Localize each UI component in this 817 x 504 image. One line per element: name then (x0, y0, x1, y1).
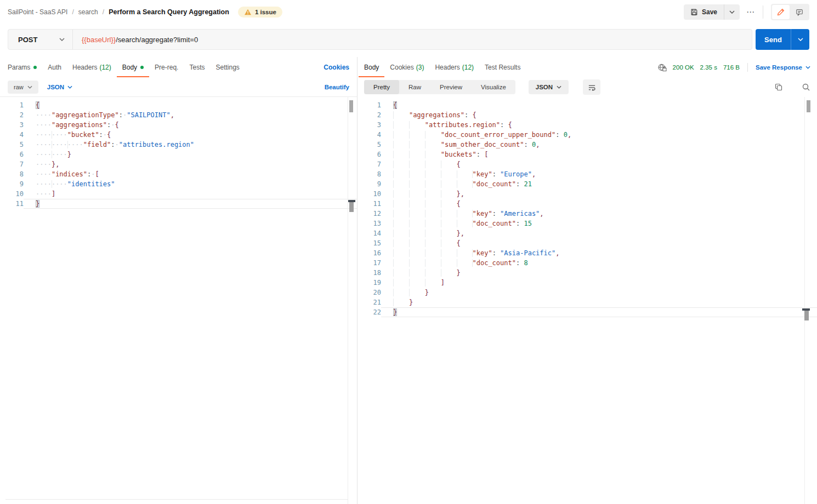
whitespace (504, 121, 508, 129)
json-key: "indices" (52, 170, 87, 178)
status-code[interactable]: 200 OK (673, 64, 694, 71)
json-punctuation: : (492, 170, 496, 178)
code-line: 7 { (358, 159, 817, 169)
json-punctuation: } (457, 269, 461, 277)
line-content: "doc_count": 21 (381, 179, 817, 189)
breadcrumb-separator: / (103, 8, 104, 16)
comments-button[interactable] (791, 5, 808, 19)
scrollbar-thumb[interactable] (349, 100, 353, 112)
url-input[interactable]: {{baseUrl}}/search/aggregate?limit=0 (73, 36, 198, 44)
tab-headers[interactable]: Headers(12) (67, 57, 117, 77)
indent-guide (393, 200, 457, 208)
json-key: "doc_count_error_upper_bound" (441, 131, 556, 139)
save-response-button[interactable]: Save Response (756, 64, 810, 71)
code-line: 21 } (358, 297, 817, 307)
json-key: "buckets" (441, 151, 476, 158)
tab-tests[interactable]: Tests (184, 57, 210, 77)
indent-guide (393, 161, 457, 168)
json-punctuation: : (524, 141, 527, 148)
tab-auth[interactable]: Auth (42, 57, 67, 77)
copy-response-button[interactable] (774, 83, 783, 91)
body-mode-selector[interactable]: raw (8, 81, 38, 94)
scrollbar-thumb[interactable] (807, 100, 810, 112)
json-key: "key" (473, 210, 492, 217)
indent-guide (393, 170, 473, 178)
json-number: 21 (524, 180, 531, 188)
view-raw-button[interactable]: Raw (399, 80, 430, 94)
tab-body[interactable]: Body (117, 57, 149, 77)
whitespace: ···· (36, 190, 52, 198)
whitespace: · (111, 121, 115, 129)
breadcrumb-collection[interactable]: SailPoint - SaaS API (8, 8, 67, 16)
issue-badge[interactable]: 1 issue (238, 7, 282, 18)
json-punctuation: : (492, 249, 496, 257)
indent-guide (393, 259, 473, 267)
json-number: 0 (564, 131, 568, 139)
code-line: 9········"identities" (0, 179, 357, 189)
network-globe-lock-icon[interactable] (657, 63, 667, 72)
tab-settings[interactable]: Settings (210, 57, 245, 77)
line-content: ····"aggregationType":·"SAILPOINT", (24, 110, 357, 120)
edit-mode-button[interactable] (772, 5, 790, 19)
line-number: 8 (358, 169, 381, 179)
tab-params[interactable]: Params (2, 57, 42, 77)
beautify-link[interactable]: Beautify (325, 84, 349, 90)
response-language-selector[interactable]: JSON (529, 80, 569, 94)
response-tab-headers[interactable]: Headers(12) (429, 57, 479, 77)
send-options-button[interactable] (791, 29, 809, 50)
save-options-button[interactable] (724, 4, 740, 20)
line-number: 8 (0, 169, 24, 179)
json-punctuation: : (119, 111, 123, 119)
line-number: 3 (0, 120, 24, 130)
indent-guide: ···· (52, 180, 67, 188)
line-number: 1 (358, 100, 381, 110)
response-tab-test-results[interactable]: Test Results (479, 57, 526, 77)
code-line: 5············"field":·"attributes.region… (0, 140, 357, 150)
method-selector[interactable]: POST (8, 30, 72, 49)
indent-guide (393, 141, 441, 148)
code-line: 19 ] (358, 278, 817, 288)
send-button[interactable]: Send (756, 29, 791, 50)
line-number: 9 (358, 179, 381, 189)
json-string: "SAILPOINT" (127, 111, 170, 119)
request-body-editor[interactable]: 1{2····"aggregationType":·"SAILPOINT",3·… (0, 97, 357, 504)
line-content: { (381, 199, 817, 209)
body-toolbar: raw JSON Beautify (0, 77, 357, 97)
response-toolbar: PrettyRawPreviewVisualize JSON (358, 77, 817, 97)
response-tab-cookies[interactable]: Cookies(3) (384, 57, 429, 77)
response-body-editor[interactable]: 1{2 "aggregations": {3 "attributes.regio… (358, 97, 817, 504)
response-tab-body[interactable]: Body (359, 57, 384, 77)
line-number: 5 (358, 140, 381, 150)
code-line: 7····}, (0, 159, 357, 169)
view-pretty-button[interactable]: Pretty (364, 80, 399, 94)
modified-dot (33, 66, 37, 69)
view-visualize-button[interactable]: Visualize (472, 80, 515, 94)
json-punctuation: } (409, 299, 413, 306)
response-time[interactable]: 2.35 s (700, 64, 717, 71)
tab-pre-req[interactable]: Pre-req. (149, 57, 184, 77)
url-path: /search/aggregate?limit=0 (116, 36, 198, 44)
code-line: 8 "key": "Europe", (358, 169, 817, 179)
whitespace: ···· (36, 161, 52, 168)
response-size[interactable]: 716 B (723, 64, 740, 71)
code-line: 16 "key": "Asia-Pacific", (358, 248, 817, 258)
breadcrumb-folder[interactable]: search (78, 8, 98, 16)
whitespace: ···· (36, 141, 52, 148)
cookies-link[interactable]: Cookies (324, 64, 349, 71)
save-button[interactable]: Save (684, 4, 724, 20)
save-button-group: Save (684, 4, 740, 20)
wrap-lines-button[interactable] (583, 79, 600, 95)
body-language-selector[interactable]: JSON (47, 84, 72, 90)
overview-cursor-bar (804, 311, 809, 320)
breadcrumb-separator: / (72, 8, 73, 16)
whitespace (468, 111, 472, 119)
more-options-button[interactable]: ⋯ (746, 7, 755, 17)
json-punctuation: [ (484, 151, 488, 158)
json-punctuation: } (393, 308, 397, 316)
request-header: SailPoint - SaaS API / search / Perform … (0, 0, 817, 24)
issue-badge-label: 1 issue (255, 9, 276, 15)
view-preview-button[interactable]: Preview (430, 80, 472, 94)
search-response-button[interactable] (802, 83, 810, 91)
save-response-label: Save Response (756, 64, 802, 71)
line-number: 13 (358, 219, 381, 228)
